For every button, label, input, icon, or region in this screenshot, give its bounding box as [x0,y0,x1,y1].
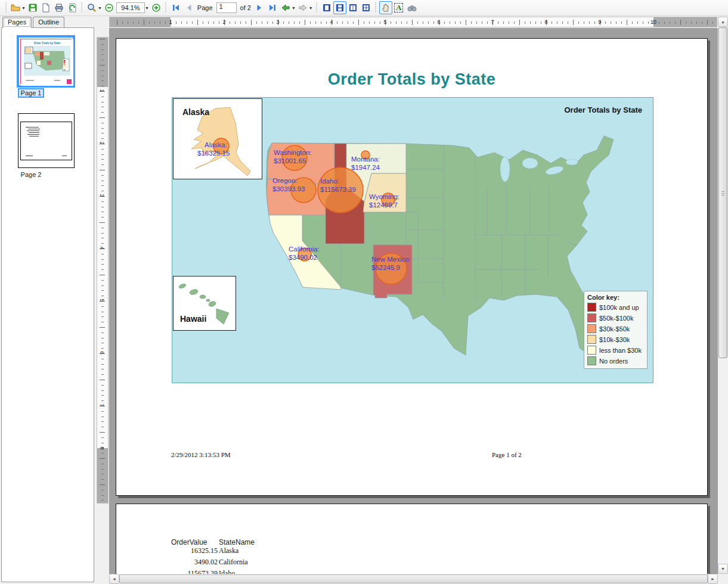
zoom-level-field[interactable]: 94.1% [116,2,145,13]
scrollbar-corner [718,574,728,584]
save-button[interactable] [26,1,39,14]
page2-thumbnail-page [20,122,72,160]
zoom-dropdown-caret[interactable]: ▼ [98,6,102,10]
ruler-number: 7 [491,19,494,25]
zoom-level-caret[interactable]: ▼ [145,6,149,10]
tab-outline[interactable]: Outline [33,17,64,27]
ruler-number: 5 [383,19,386,25]
ruler-number: 8 [99,446,105,449]
next-page-icon [255,3,264,13]
pan-tool-button[interactable] [379,1,392,14]
map-region: Washington: $31001.65 Montana: $1947.24 … [172,97,653,383]
document-area[interactable]: Order Totals by State [109,28,718,574]
facing-pages-view-icon [348,3,358,13]
scroll-right-button[interactable]: ► [708,574,718,584]
zoom-out-button[interactable] [103,1,116,14]
legend-item: $30k-$50k [587,324,644,333]
facing-pages-view-button[interactable] [346,1,360,14]
legend-swatch [587,335,596,344]
multi-page-view-button[interactable] [360,1,373,14]
open-report-button[interactable] [9,1,22,14]
open-dropdown-caret[interactable]: ▼ [21,6,26,10]
vertical-scrollbar[interactable]: ▲ ▼ [718,17,728,574]
ruler-number: 2 [222,19,225,25]
last-page-button[interactable] [266,1,279,14]
horizontal-scrollbar[interactable]: ◄ ► [109,574,718,584]
page1-thumbnail-page: Order Totals by State [20,39,72,84]
alaska-inset-label: Alaska [182,107,209,117]
ruler-number: 2 [99,141,105,144]
ruler-number: 1 [99,89,105,92]
text-select-icon: A [394,3,403,13]
toolbar-grip [315,2,318,13]
print-button[interactable] [52,1,66,14]
refresh-button[interactable] [66,1,79,14]
table-row: 115673.39Idaho [171,569,235,574]
zoom-in-button[interactable] [150,1,163,14]
navigate-back-button[interactable] [279,1,292,14]
report-page-1[interactable]: Order Totals by State [116,38,708,496]
label-california-value: $3490.02 [289,254,317,261]
sidebar-tabs: Pages Outline [2,17,66,28]
tab-pages[interactable]: Pages [2,17,32,28]
label-washington-name: Washington: [274,149,312,156]
page1-thumbnail[interactable]: Order Totals by State [17,35,75,88]
table-row: 3490.02California [171,558,248,567]
legend-swatch [587,324,596,333]
ruler-number: 4 [330,19,333,25]
text-select-tool-button[interactable]: A [392,1,405,14]
label-new-mexico-value: $52245.9 [371,264,400,271]
open-folder-icon [11,3,20,13]
continuous-view-icon [335,3,345,13]
page-count-label: of 2 [240,4,251,11]
ruler-number: 1 [169,19,172,25]
page1-thumbnail-label[interactable]: Page 1 [2,88,60,98]
legend-swatch [587,303,596,312]
toolbar: ▼ ▼ 94.1% ▼ Page [0,0,728,16]
single-page-view-button[interactable] [320,1,333,14]
toolbar-grip [80,2,83,13]
horizontal-scrollbar-thumb[interactable] [119,574,708,583]
hand-icon [381,3,391,13]
navigate-forward-button[interactable] [296,1,309,14]
scroll-up-button[interactable]: ▲ [718,17,728,27]
next-page-button[interactable] [253,1,266,14]
scroll-down-button[interactable]: ▼ [718,564,728,574]
scroll-left-button[interactable]: ◄ [109,574,119,584]
zoom-mode-button[interactable] [85,1,98,14]
find-button[interactable] [405,1,419,14]
ruler-number: 3 [276,19,279,25]
continuous-view-button[interactable] [333,1,346,14]
vertical-scrollbar-thumb[interactable] [718,27,727,358]
label-idaho-name: Idaho: [320,178,339,185]
report-footer-date: 2/29/2012 3:13:53 PM [171,451,231,458]
page-number-input[interactable]: 1 [216,2,237,13]
ruler-number: 6 [99,351,105,354]
minus-circle-icon [104,3,114,13]
previous-page-button[interactable] [182,1,196,14]
report-title: Order Totals by State [116,70,707,89]
ruler-number: 4 [99,246,105,249]
refresh-icon [67,3,77,13]
toolbar-grip [165,2,168,13]
hawaii-inset: Hawaii [173,276,236,331]
plus-circle-icon [151,3,161,13]
page2-thumbnail[interactable] [18,113,75,168]
first-page-button[interactable] [169,1,182,14]
thumbnail-selection-handle [67,79,72,84]
color-key-legend: Color key: $100k and up $50k-$100k $30k-… [584,291,648,369]
label-washington-value: $31001.65 [274,157,306,164]
alaska-inset: Alaska Alaska: $16325.15 [173,98,262,179]
report-page-2[interactable]: OrderValue StateName 16325.15Alaska 3490… [116,504,708,574]
legend-item: $10k-$30k [587,335,644,344]
magnifier-icon [87,3,97,13]
back-dropdown-caret[interactable]: ▼ [292,6,296,10]
page2-thumbnail-label[interactable]: Page 2 [2,171,60,178]
page-setup-button[interactable] [39,1,52,14]
table-row: 16325.15Alaska [171,546,238,555]
legend-swatch [587,346,596,355]
hawaii-inset-label: Hawaii [180,314,206,324]
report-viewer-window: ▼ ▼ 94.1% ▼ Page [0,0,728,584]
multi-page-view-icon [361,3,371,13]
forward-dropdown-caret[interactable]: ▼ [309,6,313,10]
